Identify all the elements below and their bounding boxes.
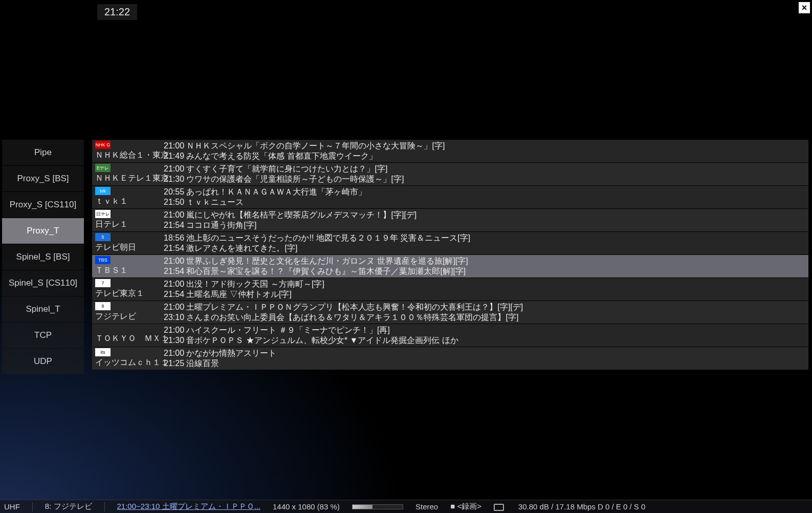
channel-row[interactable]: 日テレ日テレ１21:00 嵐にしやがれ【椎名桔平と喫茶店グルメデスマッチ！】[字… bbox=[92, 209, 808, 231]
channel-row[interactable]: ＴＯＫＹＯ ＭＸ１21:00 ハイスクール・フリート ＃９「ミーナでピンチ！」[… bbox=[92, 324, 808, 347]
program-line-1: 21:00 ＮＨＫスペシャル「ボクの自学ノート～７年間の小さな大冒険～」[字] bbox=[164, 141, 808, 151]
close-icon[interactable]: × bbox=[799, 2, 810, 13]
channel-logo-wrap: ＴＯＫＹＯ ＭＸ１ bbox=[92, 324, 164, 344]
channel-row[interactable]: EテレＮＨＫＥテレ１東京21:00 すくすく子育て「就学前に身につけたい力とは？… bbox=[92, 163, 808, 185]
status-program-title[interactable]: 21:00~23:10 土曜プレミアム・ＩＰＰＯ... bbox=[117, 502, 261, 511]
channel-name: ＮＨＫ総合１・東京 bbox=[95, 150, 164, 160]
program-line-2: 21:54 和心百景～家宝を譲る！？『伊賀くみひも』～笛木優子／葉加瀬太郎[解]… bbox=[164, 266, 808, 276]
program-lines: 18:56 池上彰のニュースそうだったのか!! 地図で見る２０１９年 災害＆ニュ… bbox=[164, 232, 808, 253]
program-lines: 21:00 出没！アド街ック天国 ～方南町～[字]21:54 土曜名馬座 ▽仲村… bbox=[164, 278, 808, 300]
sidebar-item[interactable]: Spinel_S [BS] bbox=[2, 244, 84, 270]
channel-logo-icon: Eテレ bbox=[95, 164, 111, 172]
sidebar-item[interactable]: UDP bbox=[2, 349, 84, 374]
sidebar-item[interactable]: Proxy_T bbox=[2, 218, 84, 244]
epg-channel-list: NHK GＮＨＫ総合１・東京21:00 ＮＨＫスペシャル「ボクの自学ノート～７年… bbox=[92, 140, 808, 370]
volume-fill bbox=[353, 505, 372, 509]
channel-logo-wrap: 日テレ日テレ１ bbox=[92, 209, 164, 229]
program-line-1: 18:56 池上彰のニュースそうだったのか!! 地図で見る２０１９年 災害＆ニュ… bbox=[164, 233, 808, 243]
program-lines: 20:55 あっぱれ！ＫＡＮＡＧＡＷＡ大行進「茅ヶ崎市」21:50 ｔｖｋニュー… bbox=[164, 186, 808, 207]
program-line-1: 21:00 出没！アド街ック天国 ～方南町～[字] bbox=[164, 279, 808, 289]
channel-name: ＴＯＫＹＯ ＭＸ１ bbox=[95, 333, 164, 344]
program-lines: 21:00 ハイスクール・フリート ＃９「ミーナでピンチ！」[再]21:30 音… bbox=[164, 324, 808, 346]
channel-name: イッツコムｃｈ１１ bbox=[95, 357, 164, 368]
program-lines: 21:00 土曜プレミアム・ＩＰＰＯＮグランプリ【松本人志も興奮！令和初の大喜利… bbox=[164, 301, 808, 323]
channel-name: ＮＨＫＥテレ１東京 bbox=[95, 173, 164, 183]
volume-bar[interactable] bbox=[352, 504, 403, 509]
program-line-2: 21:50 ｔｖｋニュース bbox=[164, 197, 808, 207]
program-lines: 21:00 かながわ情熱アスリート21:25 沿線百景 bbox=[164, 347, 808, 369]
program-line-1: 21:00 土曜プレミアム・ＩＰＰＯＮグランプリ【松本人志も興奮！令和初の大喜利… bbox=[164, 302, 808, 312]
program-line-2: 21:54 ココロ通う街角[字] bbox=[164, 220, 808, 230]
clock-display: 21:22 bbox=[97, 4, 137, 20]
camera-icon[interactable] bbox=[494, 502, 506, 511]
channel-row[interactable]: 8フジテレビ21:00 土曜プレミアム・ＩＰＰＯＮグランプリ【松本人志も興奮！令… bbox=[92, 301, 808, 324]
sidebar-item[interactable]: Proxy_S [CS110] bbox=[2, 192, 84, 218]
channel-logo-icon: tvk bbox=[95, 187, 111, 195]
program-line-2: 21:54 土曜名馬座 ▽仲村トオル[字] bbox=[164, 289, 808, 300]
channel-row[interactable]: 7テレビ東京１21:00 出没！アド街ック天国 ～方南町～[字]21:54 土曜… bbox=[92, 278, 808, 301]
sidebar-driver-list: PipeProxy_S [BS]Proxy_S [CS110]Proxy_TSp… bbox=[2, 140, 84, 375]
channel-logo-icon: TBS bbox=[95, 256, 111, 264]
status-band: UHF bbox=[4, 502, 20, 511]
channel-row[interactable]: TBSＴＢＳ１21:00 世界ふしぎ発見！歴史と文化を生んだ川・ガロンヌ 世界遺… bbox=[92, 255, 808, 277]
channel-name: フジテレビ bbox=[95, 311, 164, 322]
separator bbox=[104, 502, 105, 511]
status-resolution: 1440 x 1080 (83 %) bbox=[273, 502, 340, 511]
channel-logo-wrap: TBSＴＢＳ１ bbox=[92, 255, 164, 275]
channel-logo-wrap: NHK GＮＨＫ総合１・東京 bbox=[92, 140, 164, 160]
channel-logo-wrap: 7テレビ東京１ bbox=[92, 278, 164, 298]
status-channel: 8: フジテレビ bbox=[45, 502, 92, 511]
status-signal: 30.80 dB / 17.18 Mbps D 0 / E 0 / S 0 bbox=[518, 502, 645, 511]
program-lines: 21:00 世界ふしぎ発見！歴史と文化を生んだ川・ガロンヌ 世界遺産を巡る旅[解… bbox=[164, 255, 808, 276]
record-button[interactable]: ■ <録画> bbox=[450, 502, 481, 511]
status-bar: UHF 8: フジテレビ 21:00~23:10 土曜プレミアム・ＩＰＰＯ...… bbox=[0, 500, 812, 513]
channel-name: ｔｖｋ１ bbox=[95, 196, 164, 206]
program-line-2: 21:25 沿線百景 bbox=[164, 358, 808, 369]
program-line-1: 21:00 世界ふしぎ発見！歴史と文化を生んだ川・ガロンヌ 世界遺産を巡る旅[解… bbox=[164, 256, 808, 266]
channel-logo-wrap: EテレＮＨＫＥテレ１東京 bbox=[92, 163, 164, 183]
program-line-2: 21:30 音ボケＰＯＰＳ ★アンジュルム、転校少女* ▼アイドル発掘企画列伝 … bbox=[164, 335, 808, 346]
program-line-2: 21:54 激レアさんを連れてきた。[字] bbox=[164, 243, 808, 253]
channel-name: 日テレ１ bbox=[95, 219, 164, 229]
sidebar-item[interactable]: Pipe bbox=[2, 140, 84, 165]
channel-logo-icon: 5 bbox=[95, 233, 111, 241]
program-lines: 21:00 嵐にしやがれ【椎名桔平と喫茶店グルメデスマッチ！】[字][デ]21:… bbox=[164, 209, 808, 230]
channel-name: テレビ東京１ bbox=[95, 288, 164, 298]
sidebar-item[interactable]: Spinel_S [CS110] bbox=[2, 270, 84, 296]
channel-logo-icon: 日テレ bbox=[95, 210, 111, 218]
status-audio-mode: Stereo bbox=[415, 502, 438, 511]
channel-name: テレビ朝日 bbox=[95, 242, 164, 252]
channel-logo-wrap: tvkｔｖｋ１ bbox=[92, 186, 164, 206]
channel-logo-icon: 7 bbox=[95, 279, 111, 287]
channel-row[interactable]: tvkｔｖｋ１20:55 あっぱれ！ＫＡＮＡＧＡＷＡ大行進「茅ヶ崎市」21:50… bbox=[92, 186, 808, 208]
channel-row[interactable]: NHK GＮＨＫ総合１・東京21:00 ＮＨＫスペシャル「ボクの自学ノート～７年… bbox=[92, 140, 808, 162]
program-line-2: 21:49 みんなで考える防災「体感 首都直下地震ウイーク」 bbox=[164, 151, 808, 161]
sidebar-item[interactable]: Spinel_T bbox=[2, 296, 84, 322]
program-line-1: 21:00 嵐にしやがれ【椎名桔平と喫茶店グルメデスマッチ！】[字][デ] bbox=[164, 210, 808, 220]
program-line-1: 21:00 かながわ情熱アスリート bbox=[164, 348, 808, 358]
channel-logo-icon: its bbox=[95, 348, 111, 356]
program-line-1: 21:00 ハイスクール・フリート ＃９「ミーナでピンチ！」[再] bbox=[164, 325, 808, 335]
program-line-2: 23:10 さんまのお笑い向上委員会【あばれる＆ワタリ＆アキラ１００％特殊芸名軍… bbox=[164, 312, 808, 323]
separator bbox=[32, 502, 33, 511]
program-line-1: 20:55 あっぱれ！ＫＡＮＡＧＡＷＡ大行進「茅ヶ崎市」 bbox=[164, 187, 808, 197]
program-lines: 21:00 すくすく子育て「就学前に身につけたい力とは？」[字]21:30 ウワ… bbox=[164, 163, 808, 184]
channel-logo-wrap: 8フジテレビ bbox=[92, 301, 164, 322]
program-line-1: 21:00 すくすく子育て「就学前に身につけたい力とは？」[字] bbox=[164, 164, 808, 174]
channel-logo-icon: 8 bbox=[95, 302, 111, 310]
sidebar-item[interactable]: TCP bbox=[2, 323, 84, 348]
channel-name: ＴＢＳ１ bbox=[95, 265, 164, 275]
channel-logo-icon: NHK G bbox=[95, 141, 111, 149]
channel-logo-wrap: 5テレビ朝日 bbox=[92, 232, 164, 252]
channel-row[interactable]: itsイッツコムｃｈ１１21:00 かながわ情熱アスリート21:25 沿線百景 bbox=[92, 347, 808, 370]
channel-row[interactable]: 5テレビ朝日18:56 池上彰のニュースそうだったのか!! 地図で見る２０１９年… bbox=[92, 232, 808, 254]
program-line-2: 21:30 ウワサの保護者会「児童相談所～子どもの一時保護～」[字] bbox=[164, 174, 808, 184]
channel-logo-wrap: itsイッツコムｃｈ１１ bbox=[92, 347, 164, 368]
sidebar-item[interactable]: Proxy_S [BS] bbox=[2, 166, 84, 191]
program-lines: 21:00 ＮＨＫスペシャル「ボクの自学ノート～７年間の小さな大冒険～」[字]2… bbox=[164, 140, 808, 161]
